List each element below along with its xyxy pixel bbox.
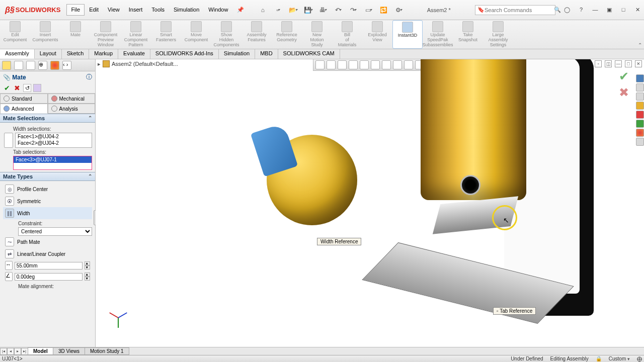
vp-max-icon[interactable]: □: [625, 60, 632, 67]
taskpane-forum-icon[interactable]: [636, 129, 644, 137]
ribbon-collapse-icon[interactable]: ⌃: [638, 42, 642, 48]
ribbon-instant3d[interactable]: Instant3D: [392, 20, 423, 49]
undo-icon[interactable]: ↶▾: [334, 6, 342, 14]
tab-mechanical[interactable]: Mechanical: [48, 94, 96, 104]
vp-link-icon[interactable]: ◫: [605, 60, 612, 67]
align-opposite-icon[interactable]: [33, 290, 42, 297]
breadcrumb-text[interactable]: Assem2 (Default<Default...: [112, 61, 178, 67]
status-lock-icon[interactable]: 🔒: [596, 356, 602, 361]
vp-close-icon[interactable]: ✕: [635, 60, 642, 67]
home-icon[interactable]: ⌂: [259, 6, 267, 14]
ribbon-exploded-view[interactable]: ExplodedView: [362, 20, 392, 49]
tab-first-icon[interactable]: |◂: [0, 348, 7, 355]
status-units[interactable]: Custom ▾: [609, 356, 630, 361]
zoom-area-icon[interactable]: [327, 60, 336, 69]
detail-preview-icon[interactable]: [33, 84, 41, 92]
confirm-ok-icon[interactable]: ✔: [619, 69, 629, 83]
vp-min-icon[interactable]: —: [615, 60, 622, 67]
help-icon[interactable]: ?: [577, 7, 586, 13]
width-entity-icon[interactable]: [4, 133, 13, 148]
section-mate-selections[interactable]: Mate Selections⌃: [0, 114, 95, 123]
model-component-right[interactable]: ↖: [377, 59, 599, 336]
tab-last-icon[interactable]: ▸|: [21, 348, 28, 355]
ribbon-linear-component-pattern[interactable]: LinearComponentPattern: [121, 20, 151, 49]
cmdtab-solidworks-add-ins[interactable]: SOLIDWORKS Add-Ins: [150, 49, 219, 59]
menu-view[interactable]: View: [103, 4, 124, 16]
user-icon[interactable]: ◯: [562, 7, 572, 13]
opt-path-mate[interactable]: ⤳Path Mate: [3, 236, 92, 248]
bottom-tab-motion[interactable]: Motion Study 1: [85, 347, 129, 355]
ribbon-assembly-features[interactable]: AssemblyFeatures: [242, 20, 272, 49]
select-icon[interactable]: ▭▾: [364, 6, 372, 14]
rebuild-icon[interactable]: 🔁: [379, 6, 387, 14]
more-tabs-icon[interactable]: ‹ ›: [62, 61, 71, 70]
width-reference-callout[interactable]: Width Reference: [317, 238, 361, 245]
status-rebuild-icon[interactable]: ⨁: [637, 356, 642, 361]
cmdtab-evaluate[interactable]: Evaluate: [118, 49, 150, 59]
cmdtab-simulation[interactable]: Simulation: [219, 49, 255, 59]
ribbon-mate[interactable]: Mate: [60, 20, 91, 49]
tab-analysis[interactable]: Analysis: [48, 104, 96, 114]
ribbon-update-speedpak-subassemblies[interactable]: UpdateSpeedPakSubassemblies: [423, 20, 453, 49]
ribbon-component-preview-window[interactable]: ComponentPreviewWindow: [91, 20, 121, 49]
config-tab-icon[interactable]: [26, 61, 35, 70]
width-face-2[interactable]: Face<2>@UJ04-2: [16, 140, 92, 146]
menu-simulation[interactable]: Simulation: [169, 4, 204, 16]
tab-next-icon[interactable]: ▸: [14, 348, 21, 355]
menu-tools[interactable]: Tools: [147, 4, 169, 16]
menu-window[interactable]: Window: [204, 4, 232, 16]
ribbon-insert-components[interactable]: InsertComponents: [30, 20, 60, 49]
confirm-cancel-icon[interactable]: ✖: [619, 85, 629, 100]
ribbon-move-component[interactable]: MoveComponent: [181, 20, 211, 49]
tab-empty-row[interactable]: [14, 163, 92, 169]
distance-spinner[interactable]: ▴▾: [85, 261, 90, 269]
width-face-1[interactable]: Face<1>@UJ04-2: [16, 133, 92, 140]
view-orient-icon[interactable]: [360, 60, 369, 69]
cmdtab-mbd[interactable]: MBD: [255, 49, 278, 59]
ribbon-edit-component[interactable]: EditComponent: [0, 20, 30, 49]
print-icon[interactable]: 🖶▾: [319, 6, 327, 14]
dimxpert-tab-icon[interactable]: ⊕: [38, 61, 47, 70]
opt-linear-coupler[interactable]: ⇄Linear/Linear Coupler: [3, 248, 92, 260]
cmdtab-solidworks-cam[interactable]: SOLIDWORKS CAM: [278, 49, 340, 59]
taskpane-appearances-icon[interactable]: [636, 111, 644, 119]
breadcrumb[interactable]: ▸ Assem2 (Default<Default...: [98, 60, 178, 67]
ribbon-take-snapshot[interactable]: TakeSnapshot: [453, 20, 483, 49]
taskpane-resources-icon[interactable]: [636, 74, 644, 82]
opt-symmetric[interactable]: ⦿Symmetric: [3, 195, 92, 207]
width-selections-list[interactable]: Face<1>@UJ04-2 Face<2>@UJ04-2: [15, 133, 92, 148]
panel-scroll[interactable]: Mate Selections⌃ Width selections: Face<…: [0, 114, 95, 347]
options-icon[interactable]: ⚙▾: [394, 6, 403, 14]
taskpane-design-lib-icon[interactable]: [636, 83, 644, 92]
ok-button[interactable]: ✔: [3, 84, 11, 92]
redo-icon[interactable]: ↷▾: [349, 6, 357, 14]
tab-face-1[interactable]: Face<3>@UJ07-1: [14, 156, 92, 163]
close-icon[interactable]: ✕: [633, 7, 642, 13]
menu-file[interactable]: File: [66, 4, 85, 16]
bore-feature[interactable]: [460, 175, 480, 195]
opt-profile-center[interactable]: ◎Profile Center: [3, 183, 92, 195]
search-commands[interactable]: 🔖 🔍: [475, 5, 555, 15]
cmdtab-sketch[interactable]: Sketch: [62, 49, 90, 59]
taskpane-custom-props-icon[interactable]: [636, 120, 644, 128]
prev-view-icon[interactable]: [338, 60, 347, 69]
bottom-tab-model[interactable]: Model: [28, 347, 53, 355]
ribbon-bill-of-materials[interactable]: BillofMaterials: [332, 20, 362, 49]
angle-input[interactable]: [15, 273, 83, 281]
zoom-fit-icon[interactable]: [315, 60, 325, 69]
open-icon[interactable]: 📂▾: [289, 6, 297, 14]
tab-selections-list[interactable]: Face<3>@UJ07-1: [13, 156, 92, 170]
ribbon-smart-fasteners[interactable]: SmartFasteners: [151, 20, 181, 49]
menu-insert[interactable]: Insert: [124, 4, 147, 16]
taskpane-cam-icon[interactable]: [636, 138, 644, 146]
pushpin-icon[interactable]: ↺: [23, 84, 31, 92]
breadcrumb-expand-icon[interactable]: ▸: [98, 61, 101, 67]
model-component-left[interactable]: [252, 125, 362, 235]
restore-icon[interactable]: ▣: [605, 7, 614, 13]
feature-tree-icon[interactable]: [2, 61, 11, 70]
panel-help-icon[interactable]: ⓘ: [86, 73, 92, 81]
orientation-triad[interactable]: [109, 309, 129, 329]
ribbon-reference-geometry[interactable]: ReferenceGeometry: [272, 20, 302, 49]
cancel-button[interactable]: ✖: [13, 84, 21, 92]
maximize-icon[interactable]: □: [619, 7, 628, 13]
